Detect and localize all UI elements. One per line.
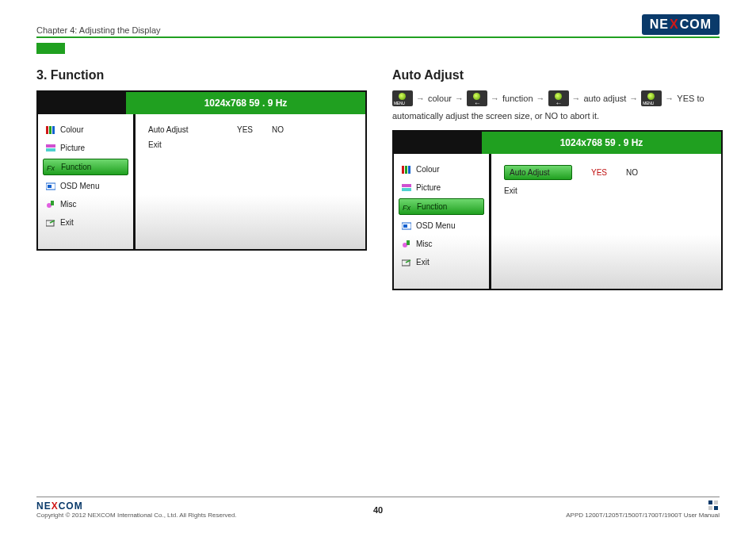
sidebar-item-label: Exit [416, 258, 430, 266]
svg-rect-15 [402, 188, 411, 191]
page-number: 40 [373, 505, 383, 515]
section-marker [36, 43, 65, 54]
osd-main-panel: Auto Adjust YES NO Exit [136, 114, 365, 249]
osd-row-label: Auto Adjust [148, 125, 218, 134]
svg-rect-23 [714, 500, 718, 504]
menu-button-icon [641, 90, 662, 106]
arrow-icon: → [665, 94, 674, 103]
svg-rect-4 [46, 148, 55, 151]
function-icon: Fx [47, 163, 56, 171]
arrow-icon: → [629, 94, 638, 103]
svg-rect-18 [403, 224, 407, 228]
svg-rect-0 [46, 126, 48, 134]
arrow-icon: → [491, 94, 499, 103]
osd-sidebar: Colour Picture Fx Function OSD Menu [394, 154, 491, 289]
crumb-label: function [502, 94, 533, 103]
brand-logo: NEXCOM [642, 14, 720, 35]
sidebar-item-function[interactable]: Fx Function [43, 159, 128, 175]
svg-rect-9 [51, 201, 54, 205]
osdmenu-icon [402, 222, 411, 230]
sidebar-item-colour[interactable]: Colour [399, 162, 484, 177]
crumb-label: colour [428, 94, 452, 103]
osd-row-exit[interactable]: Exit [501, 183, 712, 198]
misc-icon [46, 201, 55, 209]
sidebar-item-exit[interactable]: Exit [399, 255, 484, 270]
instruction-text: automatically adjust the screen size, or… [392, 111, 720, 121]
misc-icon [402, 240, 411, 248]
sidebar-item-function[interactable]: Fx Function [399, 198, 484, 215]
arrow-icon: → [416, 94, 425, 103]
sidebar-item-label: Misc [60, 200, 77, 209]
chapter-title: Chapter 4: Adjusting the Display [36, 25, 161, 35]
svg-rect-22 [708, 500, 712, 504]
sidebar-item-colour[interactable]: Colour [43, 122, 128, 137]
section-title-autoadjust: Auto Adjust [392, 68, 720, 82]
arrow-icon: → [536, 94, 545, 103]
section-title-function: 3. Function [36, 68, 364, 82]
sidebar-item-label: Function [61, 163, 91, 171]
svg-rect-24 [708, 506, 712, 510]
osd-resolution: 1024x768 59 . 9 Hz [479, 132, 721, 154]
colour-icon [402, 166, 411, 174]
sidebar-item-osdmenu[interactable]: OSD Menu [399, 218, 484, 233]
sidebar-item-label: Exit [60, 218, 74, 227]
sidebar-item-label: Colour [60, 125, 83, 134]
svg-rect-1 [49, 126, 52, 134]
arrow-icon: → [572, 94, 581, 103]
footer-dots-icon [708, 500, 720, 512]
svg-text:Fx: Fx [47, 164, 55, 171]
menu-button-icon [548, 90, 569, 106]
svg-rect-12 [405, 166, 407, 174]
menu-button-icon [392, 90, 413, 106]
osd-row-label: Auto Adjust [504, 165, 572, 180]
svg-rect-11 [402, 166, 404, 174]
osd-row-exit[interactable]: Exit [145, 137, 356, 152]
sidebar-item-osdmenu[interactable]: OSD Menu [43, 178, 128, 194]
sidebar-item-label: Function [417, 202, 447, 211]
picture-icon [402, 184, 411, 192]
exit-icon [402, 259, 411, 266]
svg-rect-2 [52, 126, 55, 134]
osd-panel-function: 1024x768 59 . 9 Hz Colour Picture [36, 90, 367, 251]
svg-rect-13 [408, 166, 410, 174]
osd-main-panel: Auto Adjust YES NO Exit [491, 154, 721, 289]
osd-row-label: Exit [148, 140, 218, 149]
osd-resolution: 1024x768 59 . 9 Hz [124, 92, 365, 114]
svg-rect-3 [46, 144, 55, 148]
osd-row-label: Exit [504, 186, 574, 195]
osd-option-yes[interactable]: YES [591, 168, 607, 177]
sidebar-item-exit[interactable]: Exit [43, 215, 128, 230]
osd-option-no[interactable]: NO [272, 125, 284, 134]
osd-sidebar: Colour Picture Fx Function OSD Menu [38, 114, 136, 249]
arrow-icon: → [455, 94, 464, 103]
sidebar-item-picture[interactable]: Picture [399, 180, 484, 195]
osdmenu-icon [46, 182, 55, 190]
colour-icon [46, 126, 55, 134]
osd-option-no[interactable]: NO [626, 168, 638, 177]
osd-panel-autoadjust: 1024x768 59 . 9 Hz Colour Picture [392, 130, 723, 290]
function-icon: Fx [403, 203, 412, 211]
picture-icon [46, 144, 55, 152]
sidebar-item-misc[interactable]: Misc [399, 236, 484, 251]
menu-button-icon [467, 90, 487, 106]
sidebar-item-picture[interactable]: Picture [43, 140, 128, 155]
sidebar-item-label: Misc [416, 240, 433, 248]
copyright-text: Copyright © 2012 NEXCOM International Co… [36, 512, 237, 519]
instruction-sequence: → colour → → function → → auto adjust → … [392, 90, 720, 106]
svg-rect-14 [402, 184, 411, 187]
sidebar-item-misc[interactable]: Misc [43, 197, 128, 212]
exit-icon [46, 219, 55, 227]
svg-rect-7 [48, 185, 52, 188]
crumb-label: auto adjust [584, 94, 627, 103]
osd-option-yes[interactable]: YES [237, 125, 253, 134]
osd-row-autoadjust[interactable]: Auto Adjust YES NO [501, 162, 712, 183]
sidebar-item-label: Picture [416, 183, 441, 192]
osd-row-autoadjust[interactable]: Auto Adjust YES NO [145, 122, 356, 137]
svg-rect-25 [714, 506, 718, 510]
crumb-label: YES to [677, 94, 704, 103]
sidebar-item-label: OSD Menu [60, 182, 99, 190]
sidebar-item-label: Colour [416, 165, 439, 174]
brand-logo-small: NEXCOM [36, 500, 237, 512]
svg-rect-20 [407, 240, 410, 245]
sidebar-item-label: Picture [60, 144, 85, 152]
